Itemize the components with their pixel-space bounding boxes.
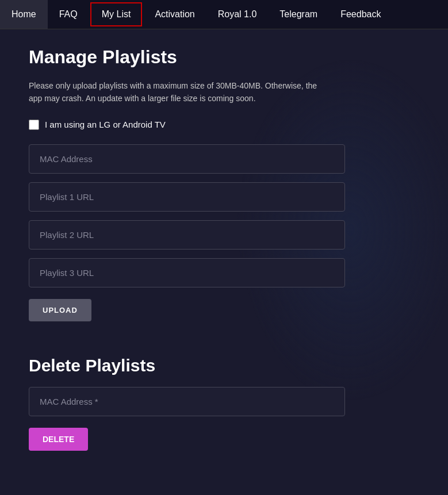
nav-activation[interactable]: Activation [143, 0, 206, 29]
navigation: Home FAQ My List Activation Royal 1.0 Te… [0, 0, 448, 29]
main-content: Manage Playlists Please only upload play… [0, 29, 448, 468]
upload-button[interactable]: UPLOAD [29, 299, 91, 321]
playlist1-url-input[interactable] [29, 182, 345, 212]
playlist3-url-input[interactable] [29, 258, 345, 287]
nav-mylist[interactable]: My List [90, 2, 143, 26]
delete-mac-address-input[interactable] [29, 387, 345, 416]
nav-feedback[interactable]: Feedback [329, 0, 392, 29]
manage-playlists-title: Manage Playlists [29, 47, 419, 68]
lg-android-checkbox-row: I am using an LG or Android TV [29, 120, 419, 130]
lg-android-checkbox[interactable] [29, 120, 39, 130]
nav-home[interactable]: Home [0, 0, 48, 29]
mac-address-input[interactable] [29, 144, 345, 174]
nav-royal[interactable]: Royal 1.0 [206, 0, 269, 29]
nav-telegram[interactable]: Telegram [268, 0, 329, 29]
delete-playlists-title: Delete Playlists [29, 356, 419, 375]
lg-android-label[interactable]: I am using an LG or Android TV [45, 120, 166, 129]
info-text: Please only upload playlists with a maxi… [29, 79, 328, 105]
delete-button[interactable]: DELETE [29, 428, 88, 451]
playlist2-url-input[interactable] [29, 220, 345, 250]
nav-faq[interactable]: FAQ [48, 0, 89, 29]
